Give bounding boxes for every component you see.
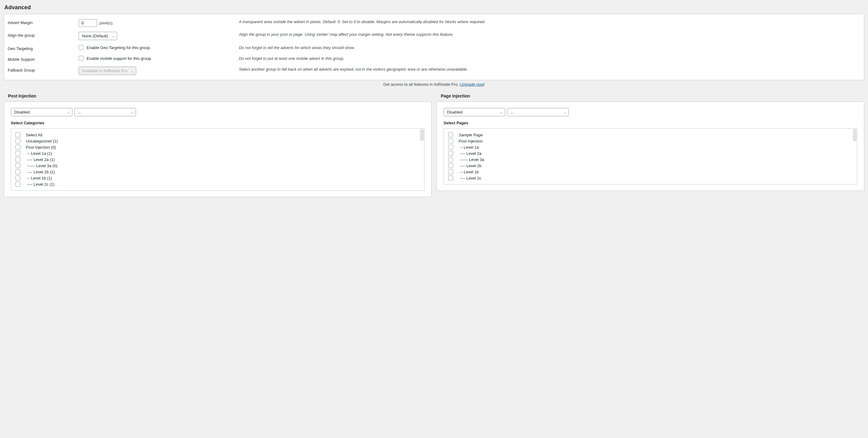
page-injection-heading: Page Injection bbox=[441, 93, 864, 98]
advert-margin-help: A transparent area outside the advert in… bbox=[239, 19, 860, 25]
post-injection-secondary-select[interactable]: ... ⌵ bbox=[74, 108, 136, 116]
advanced-panel: Advert Margin pixel(s). A transparent ar… bbox=[4, 14, 864, 80]
scrollbar[interactable] bbox=[420, 129, 424, 141]
chevron-down-icon: ⌵ bbox=[131, 110, 133, 114]
list-item[interactable]: Select All bbox=[16, 132, 420, 138]
chevron-down-icon: ⌵ bbox=[112, 34, 114, 38]
page-injection-secondary-select[interactable]: ... ⌵ bbox=[507, 108, 569, 116]
row-mobile: Mobile Support Enable mobile support for… bbox=[4, 53, 864, 64]
geo-help: Do not forget to tell the adverts for wh… bbox=[239, 45, 860, 51]
list-item[interactable]: ---- Level 2b (1) bbox=[16, 169, 420, 175]
list-item[interactable]: ------ Level 3a bbox=[448, 156, 852, 163]
align-select-value: None (Default) bbox=[82, 34, 108, 38]
list-item-checkbox[interactable] bbox=[448, 163, 453, 168]
mobile-checkbox-label: Enable mobile support for this group. bbox=[87, 56, 152, 61]
geo-checkbox[interactable] bbox=[79, 45, 84, 50]
upgrade-prefix: Get access to all features in AdRotate P… bbox=[383, 82, 460, 87]
list-item[interactable]: ---- Level 2a (1) bbox=[16, 156, 420, 163]
advert-margin-label: Advert Margin bbox=[8, 19, 79, 25]
post-injection-mode-select[interactable]: Disabled ⌵ bbox=[11, 108, 72, 116]
page-injection-column: Page Injection Disabled ⌵ ... ⌵ Select P… bbox=[436, 88, 864, 197]
page-injection-secondary-value: ... bbox=[510, 110, 514, 114]
chevron-down-icon: ⌵ bbox=[131, 69, 133, 73]
list-item[interactable]: Sample Page bbox=[448, 132, 852, 138]
fallback-help: Select another group to fall back on whe… bbox=[239, 67, 860, 72]
list-item[interactable]: -- Level 1b bbox=[448, 169, 852, 175]
list-item-checkbox[interactable] bbox=[16, 157, 20, 162]
list-item-checkbox[interactable] bbox=[448, 151, 453, 156]
list-item-label: Post Injection bbox=[459, 139, 483, 143]
list-item-checkbox[interactable] bbox=[16, 151, 20, 156]
list-item-label: -- Level 1b (1) bbox=[26, 176, 52, 180]
geo-label: Geo Targeting bbox=[8, 45, 79, 51]
advert-margin-input[interactable] bbox=[79, 19, 97, 27]
page-pages-list[interactable]: Sample PagePost Injection-- Level 1a----… bbox=[443, 128, 857, 184]
upgrade-line: Get access to all features in AdRotate P… bbox=[4, 82, 864, 87]
list-item-checkbox[interactable] bbox=[448, 169, 453, 174]
page-injection-list-heading: Select Pages bbox=[443, 121, 857, 125]
list-item-checkbox[interactable] bbox=[16, 182, 20, 186]
post-injection-list-heading: Select Categories bbox=[11, 121, 425, 125]
align-help: Align the group in your post or page. Us… bbox=[239, 32, 860, 37]
mobile-checkbox-line[interactable]: Enable mobile support for this group. bbox=[79, 56, 152, 61]
list-item[interactable]: ---- Level 2c (1) bbox=[16, 181, 420, 187]
post-categories-list[interactable]: Select AllUncategorized (1)Post Injectio… bbox=[11, 128, 425, 191]
chevron-down-icon: ⌵ bbox=[564, 110, 566, 114]
page-injection-panel: Disabled ⌵ ... ⌵ Select Pages Sample Pag… bbox=[436, 101, 864, 191]
list-item-checkbox[interactable] bbox=[448, 145, 453, 150]
list-item-label: -- Level 1b bbox=[459, 170, 479, 174]
post-injection-column: Post Injection Disabled ⌵ ... ⌵ Select C… bbox=[4, 88, 432, 197]
row-align: Align the group None (Default) ⌵ Align t… bbox=[4, 29, 864, 42]
row-geo: Geo Targeting Enable Geo Targeting for t… bbox=[4, 42, 864, 53]
list-item[interactable]: -- Level 1a (1) bbox=[16, 150, 420, 156]
list-item-checkbox[interactable] bbox=[16, 145, 20, 150]
list-item-label: ------ Level 3a bbox=[459, 157, 484, 162]
list-item-label: ---- Level 2c bbox=[459, 176, 481, 180]
list-item[interactable]: Post Injection (0) bbox=[16, 144, 420, 150]
align-select[interactable]: None (Default) ⌵ bbox=[79, 32, 117, 40]
list-item-checkbox[interactable] bbox=[16, 139, 20, 143]
list-item-label: ------ Level 3a (0) bbox=[26, 164, 57, 168]
mobile-label: Mobile Support bbox=[8, 56, 79, 62]
list-item-label: -- Level 1a bbox=[459, 145, 479, 150]
page-injection-mode-select[interactable]: Disabled ⌵ bbox=[443, 108, 505, 116]
list-item[interactable]: -- Level 1b (1) bbox=[16, 175, 420, 181]
list-item-label: -- Level 1a (1) bbox=[26, 151, 52, 156]
list-item-label: Sample Page bbox=[459, 133, 483, 137]
list-item[interactable]: ---- Level 2c bbox=[448, 175, 852, 181]
list-item-checkbox[interactable] bbox=[448, 132, 453, 137]
geo-checkbox-label: Enable Geo Targeting for this group. bbox=[87, 45, 151, 50]
scrollbar[interactable] bbox=[853, 129, 857, 141]
list-item[interactable]: Post Injection bbox=[448, 138, 852, 144]
fallback-select: Available in AdRotate Pro ⌵ bbox=[79, 67, 136, 75]
row-advert-margin: Advert Margin pixel(s). A transparent ar… bbox=[4, 17, 864, 29]
list-item-checkbox[interactable] bbox=[16, 163, 20, 168]
list-item[interactable]: ---- Level 2a bbox=[448, 150, 852, 156]
list-item[interactable]: Uncategorized (1) bbox=[16, 138, 420, 144]
list-item-checkbox[interactable] bbox=[16, 176, 20, 180]
row-fallback: Fallback Group Available in AdRotate Pro… bbox=[4, 64, 864, 78]
geo-checkbox-line[interactable]: Enable Geo Targeting for this group. bbox=[79, 45, 151, 50]
mobile-help: Do not forget to put at least one mobile… bbox=[239, 56, 860, 61]
list-item[interactable]: ------ Level 3a (0) bbox=[16, 163, 420, 169]
chevron-down-icon: ⌵ bbox=[500, 110, 502, 114]
mobile-checkbox[interactable] bbox=[79, 56, 84, 61]
fallback-label: Fallback Group bbox=[8, 67, 79, 72]
page-injection-mode-value: Disabled bbox=[447, 110, 463, 114]
list-item-checkbox[interactable] bbox=[16, 132, 20, 137]
list-item[interactable]: -- Level 1a bbox=[448, 144, 852, 150]
advert-margin-suffix: pixel(s). bbox=[99, 21, 114, 25]
post-injection-secondary-value: ... bbox=[78, 110, 81, 114]
list-item-label: ---- Level 2a (1) bbox=[26, 157, 55, 162]
list-item-checkbox[interactable] bbox=[448, 176, 453, 180]
list-item-checkbox[interactable] bbox=[16, 169, 20, 174]
upgrade-link[interactable]: Upgrade now bbox=[460, 82, 484, 87]
upgrade-suffix: ! bbox=[484, 82, 485, 87]
post-injection-panel: Disabled ⌵ ... ⌵ Select Categories Selec… bbox=[4, 101, 432, 197]
list-item-checkbox[interactable] bbox=[448, 139, 453, 143]
list-item-checkbox[interactable] bbox=[448, 157, 453, 162]
post-injection-heading: Post Injection bbox=[8, 93, 432, 98]
list-item[interactable]: ---- Level 2b bbox=[448, 163, 852, 169]
list-item-label: ---- Level 2b (1) bbox=[26, 170, 55, 174]
list-item-label: Select All bbox=[26, 133, 42, 137]
